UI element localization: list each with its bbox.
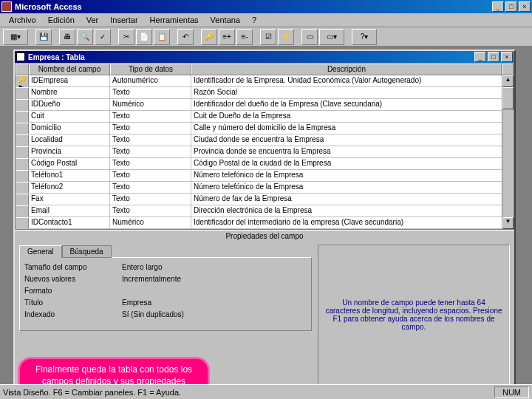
row-selector[interactable] (16, 205, 29, 216)
description-cell[interactable]: Identificador de la Empresa. Unidad Econ… (191, 75, 514, 86)
property-row[interactable]: Nuevos valoresIncrementalmente (23, 273, 308, 284)
property-row[interactable]: IndexadoSí (Sin duplicados) (23, 308, 308, 320)
data-type-cell[interactable]: Numérico (110, 99, 191, 110)
child-maximize-button[interactable]: □ (488, 52, 499, 62)
description-cell[interactable]: Código Postal de la ciudad de la Empresa (191, 158, 514, 169)
data-type-cell[interactable]: Texto (110, 205, 191, 216)
table-row[interactable]: Teléfono2TextoNúmero telefónico de la Em… (16, 182, 514, 194)
description-cell[interactable]: Dirección electrónica de la Empresa (191, 205, 514, 216)
grid-body[interactable]: 🔑▶IDEmpresaAutonuméricoIdentificador de … (16, 75, 514, 229)
field-name-cell[interactable]: Localidad (29, 134, 110, 146)
menu-ver[interactable]: Ver (81, 14, 105, 26)
minimize-button[interactable]: _ (492, 1, 504, 12)
table-row[interactable]: IDDueñoNuméricoIdentificador del dueño d… (16, 99, 514, 111)
menu-herramientas[interactable]: Herramientas (144, 14, 205, 26)
row-selector[interactable] (16, 194, 29, 205)
description-cell[interactable]: Número telefónico de la Empresa (191, 182, 514, 193)
save-button[interactable]: 💾 (35, 29, 52, 45)
description-cell[interactable]: Número telefónico de la Empresa (191, 170, 514, 181)
menu-ventana[interactable]: Ventana (205, 14, 246, 26)
print-button[interactable]: 🖶 (59, 29, 75, 45)
builder-button[interactable]: ⚡ (278, 29, 294, 45)
description-cell[interactable]: Provincia donde se encuentra la Empresa (191, 146, 514, 157)
description-cell[interactable]: Razón Social (191, 87, 514, 98)
data-type-cell[interactable]: Texto (110, 87, 191, 98)
row-selector[interactable] (16, 158, 29, 169)
field-name-cell[interactable]: IDContacto1 (29, 217, 110, 228)
vertical-scrollbar[interactable]: ▲ ▼ (502, 75, 514, 229)
table-row[interactable]: Código PostalTextoCódigo Postal de la ci… (16, 158, 514, 170)
preview-button[interactable]: 🔍 (77, 29, 93, 45)
table-row[interactable]: 🔑▶IDEmpresaAutonuméricoIdentificador de … (16, 75, 514, 87)
close-button[interactable]: × (519, 1, 531, 12)
field-name-cell[interactable]: Cuit (29, 111, 110, 122)
field-name-cell[interactable]: Email (29, 205, 110, 216)
description-cell[interactable]: Identificador del dueño de la Empresa (C… (191, 99, 514, 110)
table-row[interactable]: CuitTextoCuit de Dueño de la Empresa (16, 111, 514, 123)
data-type-cell[interactable]: Texto (110, 194, 191, 205)
row-selector[interactable] (16, 123, 29, 134)
menu-insertar[interactable]: Insertar (104, 14, 143, 26)
field-name-cell[interactable]: Nombre (29, 87, 110, 98)
scroll-thumb[interactable] (502, 87, 514, 109)
table-row[interactable]: ProvinciaTextoProvincia donde se encuent… (16, 146, 514, 158)
key-button[interactable]: 🔑 (201, 29, 217, 45)
menu-help[interactable]: ? (246, 14, 262, 26)
field-name-cell[interactable]: Provincia (29, 146, 110, 157)
cut-button[interactable]: ✂ (118, 29, 134, 45)
description-cell[interactable]: Número de fax de la Empresa (191, 194, 514, 205)
menu-archivo[interactable]: Archivo (3, 14, 42, 26)
row-selector[interactable] (16, 111, 29, 122)
tab-lookup[interactable]: Búsqueda (62, 245, 112, 258)
field-name-cell[interactable]: Fax (29, 194, 110, 205)
field-name-cell[interactable]: Teléfono2 (29, 182, 110, 193)
maximize-button[interactable]: □ (505, 1, 517, 12)
table-row[interactable]: DomicilioTextoCalle y número del domicil… (16, 123, 514, 134)
field-name-cell[interactable]: Domicilio (29, 123, 110, 134)
description-cell[interactable]: Calle y número del domicilio de la Empre… (191, 123, 514, 134)
table-row[interactable]: NombreTextoRazón Social (16, 87, 514, 99)
property-row[interactable]: TítuloEmpresa (23, 296, 308, 308)
property-value[interactable]: Incrementalmente (119, 275, 181, 283)
table-row[interactable]: Teléfono1TextoNúmero telefónico de la Em… (16, 170, 514, 182)
row-selector[interactable] (16, 146, 29, 157)
description-cell[interactable]: Identificador del intermediario de la em… (191, 217, 514, 228)
data-type-cell[interactable]: Texto (110, 158, 191, 169)
property-value[interactable]: Empresa (119, 299, 151, 307)
property-value[interactable]: Entero largo (119, 263, 162, 271)
row-selector[interactable] (16, 134, 29, 146)
child-minimize-button[interactable]: _ (474, 52, 486, 62)
description-cell[interactable]: Ciudad donde se encuentra la Empresa (191, 134, 514, 146)
table-row[interactable]: FaxTextoNúmero de fax de la Empresa (16, 194, 514, 205)
data-type-cell[interactable]: Texto (110, 111, 191, 122)
row-selector[interactable]: 🔑▶ (16, 75, 29, 86)
db-window-button[interactable]: ▭ (301, 29, 318, 45)
field-name-cell[interactable]: Código Postal (29, 158, 110, 169)
undo-button[interactable]: ↶ (177, 29, 194, 45)
tab-general[interactable]: General (19, 245, 62, 258)
properties-button[interactable]: ☑ (260, 29, 276, 45)
data-type-cell[interactable]: Texto (110, 182, 191, 193)
data-type-cell[interactable]: Texto (110, 146, 191, 157)
property-row[interactable]: Formato (23, 284, 308, 296)
field-name-cell[interactable]: IDEmpresa (29, 75, 110, 86)
view-button[interactable]: ▦▾ (3, 29, 28, 45)
row-selector[interactable] (16, 99, 29, 110)
description-cell[interactable]: Cuit de Dueño de la Empresa (191, 111, 514, 122)
field-name-cell[interactable]: IDDueño (29, 99, 110, 110)
row-selector[interactable] (16, 182, 29, 193)
paste-button[interactable]: 📋 (154, 29, 170, 45)
data-type-cell[interactable]: Autonumérico (110, 75, 191, 86)
delete-row-button[interactable]: ≡- (236, 29, 253, 45)
row-selector[interactable] (16, 170, 29, 181)
table-row[interactable]: EmailTextoDirección electrónica de la Em… (16, 205, 514, 217)
scroll-down-button[interactable]: ▼ (502, 217, 514, 229)
property-row[interactable]: Tamaño del campoEntero largo (23, 261, 308, 273)
data-type-cell[interactable]: Texto (110, 170, 191, 181)
data-type-cell[interactable]: Texto (110, 123, 191, 134)
table-row[interactable]: LocalidadTextoCiudad donde se encuentra … (16, 134, 514, 146)
property-value[interactable]: Sí (Sin duplicados) (119, 310, 184, 318)
child-close-button[interactable]: × (501, 52, 513, 62)
menu-edicion[interactable]: Edición (42, 14, 81, 26)
data-type-cell[interactable]: Texto (110, 134, 191, 146)
